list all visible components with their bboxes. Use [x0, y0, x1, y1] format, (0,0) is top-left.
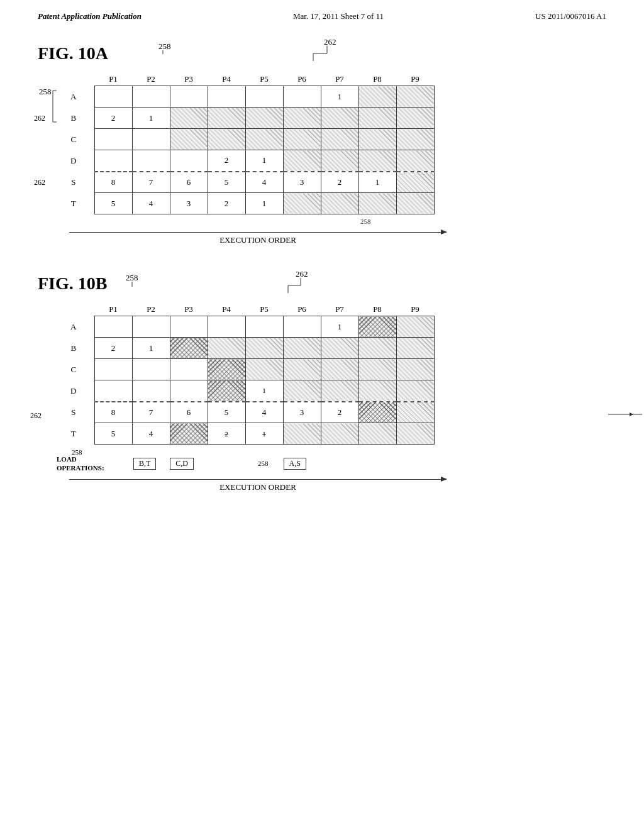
svg-text:262: 262	[296, 269, 308, 279]
row-label-s: 262 S	[57, 172, 94, 193]
cell-s-p5: 4	[245, 172, 283, 193]
cell-b-d-p1	[94, 380, 132, 402]
col-header-p3: P3	[170, 73, 208, 86]
cell-b-s-p4: 5	[208, 402, 245, 423]
cell-b-s-p8	[358, 402, 396, 423]
col-header-p7: P7	[321, 73, 358, 86]
execution-order-label-10b: EXECUTION ORDER	[219, 482, 296, 492]
cell-b-s-p9	[396, 402, 434, 423]
cell-b-p8	[358, 108, 396, 129]
cell-b-s-p7: 2	[321, 402, 358, 423]
cell-t-p9	[396, 193, 434, 214]
col-header-p1-b: P1	[94, 303, 132, 316]
cell-t-p2: 4	[132, 193, 170, 214]
cell-b-s-p6: 3	[283, 402, 321, 423]
publication-date-sheet: Mar. 17, 2011 Sheet 7 of 11	[293, 11, 384, 21]
cell-b-d-p2	[132, 380, 170, 402]
page-header: Patent Application Publication Mar. 17, …	[0, 0, 644, 21]
cell-b-b-p8	[358, 338, 396, 359]
cell-b-a-p5	[245, 316, 283, 338]
cell-b-a-p6	[283, 316, 321, 338]
cell-b-t-p6	[283, 423, 321, 445]
cell-a-p3	[170, 86, 208, 108]
cell-b-p7	[321, 108, 358, 129]
grid-10a: P1 P2 P3 P4 P5 P6 P7 P8 P9	[57, 73, 435, 214]
cell-s-p7: 2	[321, 172, 358, 193]
table-row: S 8 7 6 5 4 3 2	[57, 402, 434, 423]
cell-t-p8	[358, 193, 396, 214]
grid-10b: P1 P2 P3 P4 P5 P6 P7 P8 P9	[57, 303, 435, 445]
col-header-p9-b: P9	[396, 303, 434, 316]
table-row: D 2 1	[57, 150, 434, 172]
load-258-label: 258	[258, 460, 269, 467]
cell-d-p3	[170, 150, 208, 172]
col-header-p8: P8	[358, 73, 396, 86]
cell-a-p5	[245, 86, 283, 108]
table-row: A 1	[57, 86, 434, 108]
cell-b-s-p5: 4	[245, 402, 283, 423]
cell-b-s-p3: 6	[170, 402, 208, 423]
cell-b-c-p4	[208, 359, 245, 380]
cell-b-b-p4	[208, 338, 245, 359]
cell-b-c-p3	[170, 359, 208, 380]
cell-d-p2	[132, 150, 170, 172]
cell-a-p6	[283, 86, 321, 108]
cell-b-p1: 2	[94, 108, 132, 129]
table-row: T 5 4 3 2 1 258	[57, 193, 434, 214]
row-label-c-b: C	[57, 359, 94, 380]
label-262-s-b: 262	[30, 411, 42, 421]
svg-text:258: 258	[126, 273, 138, 282]
row-label-d: D	[57, 150, 94, 172]
figure-10b: FIG. 10B 258 262	[38, 270, 606, 492]
cell-b-d-p7	[321, 380, 358, 402]
cell-b-b-p6	[283, 338, 321, 359]
svg-text:258: 258	[158, 42, 171, 51]
cell-t-p6	[283, 193, 321, 214]
cell-a-p7: 1	[321, 86, 358, 108]
cell-c-p7	[321, 129, 358, 150]
cell-b-t-p4: 2	[208, 423, 245, 445]
cell-b-p9	[396, 108, 434, 129]
cell-b-p2: 1	[132, 108, 170, 129]
svg-text:262: 262	[324, 37, 336, 47]
load-op-as: A,S	[284, 458, 306, 470]
row-label-b-b: B	[57, 338, 94, 359]
row-label-a-b: A	[57, 316, 94, 338]
row-label-c: C	[57, 129, 94, 150]
cell-t-p4: 2	[208, 193, 245, 214]
col-header-p7-b: P7	[321, 303, 358, 316]
cell-b-c-p6	[283, 359, 321, 380]
cell-c-p1	[94, 129, 132, 150]
cell-s-p2: 7	[132, 172, 170, 193]
cell-b-t-p8	[358, 423, 396, 445]
cell-c-p8	[358, 129, 396, 150]
cell-a-p1	[94, 86, 132, 108]
cell-d-p6	[283, 150, 321, 172]
publication-number: US 2011/0067016 A1	[535, 11, 606, 21]
table-row: C 262	[57, 129, 434, 150]
load-op-cd: C,D	[170, 458, 194, 470]
load-operations-row: LOADOPERATIONS: B,T C,D 258 A,S	[57, 455, 606, 473]
row-label-d-b: D	[57, 380, 94, 402]
cell-b-b-p2: 1	[132, 338, 170, 359]
cell-b-c-p8	[358, 359, 396, 380]
cell-b-a-p8	[358, 316, 396, 338]
cell-b-c-p2	[132, 359, 170, 380]
row-label-a: A	[57, 86, 94, 108]
cell-b-t-p1: 5	[94, 423, 132, 445]
cell-d-p5: 1	[245, 150, 283, 172]
label-258-bottom-b: 258	[72, 448, 82, 456]
cell-b-p4	[208, 108, 245, 129]
fig10b-title: FIG. 10B	[38, 274, 107, 294]
col-header-p3-b: P3	[170, 303, 208, 316]
cell-s-p1: 8	[94, 172, 132, 193]
row-label-t-b: T	[57, 423, 94, 445]
cell-c-p3: 262	[170, 129, 208, 150]
cell-b-b-p9	[396, 338, 434, 359]
cell-s-p9	[396, 172, 434, 193]
cell-d-p8	[358, 150, 396, 172]
row-label-b: 262 B	[57, 108, 94, 129]
cell-a-p4	[208, 86, 245, 108]
table-row: 262 B 2 1	[57, 108, 434, 129]
col-header-p4: P4	[208, 73, 245, 86]
